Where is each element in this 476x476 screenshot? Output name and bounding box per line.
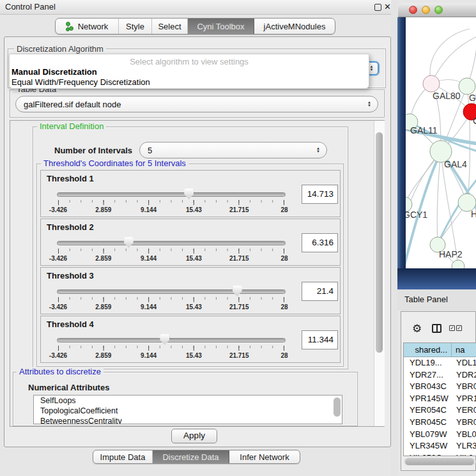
- list-item[interactable]: BetweennessCentrality: [34, 416, 342, 424]
- table-row[interactable]: YIL052CYIL0: [404, 452, 476, 456]
- tab-discretize-data[interactable]: Discretize Data: [153, 450, 229, 463]
- list-scrollbar-thumb[interactable]: [334, 397, 341, 417]
- threshold-1-value-field[interactable]: 14.713: [302, 185, 338, 204]
- tab-cyni-toolbox[interactable]: Cyni Toolbox: [188, 19, 254, 34]
- popup-item-equal-width-frequency[interactable]: Equal Width/Frequency Discretization: [12, 77, 150, 87]
- vertical-scrollbar-thumb[interactable]: [376, 132, 383, 353]
- bottom-tabbar: Impute Data Discretize Data Infer Networ…: [93, 450, 300, 464]
- numerical-attributes-label: Numerical Attributes: [28, 383, 109, 392]
- control-panel-title: Control Panel: [5, 2, 56, 12]
- table-row[interactable]: YER054CYER0: [404, 404, 476, 417]
- threshold-2-slider[interactable]: -3.426 2.859 9.144 15.43 21.715 28: [58, 238, 284, 264]
- threshold-4-value-field[interactable]: 11.344: [302, 330, 338, 349]
- network-window-frame-left: [397, 17, 406, 289]
- zoom-traffic-light-icon[interactable]: [434, 6, 443, 14]
- float-window-icon[interactable]: [374, 4, 381, 11]
- node-label-gal80: GAL80: [433, 91, 461, 101]
- control-panel-tabbar: Network Style Select Cyni Toolbox jActiv…: [55, 18, 335, 35]
- tab-infer-network[interactable]: Infer Network: [229, 450, 300, 463]
- threshold-4-slider[interactable]: -3.426 2.859 9.144 15.43 21.715 28: [58, 335, 284, 361]
- network-graph: GAL80 GA C GAL11 GAL4 GCY1 H HAP2: [406, 17, 476, 268]
- network-nodes: [406, 75, 476, 268]
- tab-impute-data[interactable]: Impute Data: [93, 450, 153, 463]
- table-data-combobox-value: galFiltered.sif default node: [16, 100, 367, 109]
- node-label-gal11: GAL11: [410, 125, 438, 135]
- tab-infer-network-label: Infer Network: [240, 452, 289, 462]
- threshold-3-value-field[interactable]: 21.4: [302, 282, 338, 301]
- tab-network[interactable]: Network: [56, 19, 119, 34]
- popup-item-manual-discretization[interactable]: Manual Discretization: [12, 67, 97, 77]
- threshold-3-label: Threshold 3: [47, 271, 94, 280]
- node-label-h: H: [471, 209, 476, 219]
- tab-cyni-toolbox-label: Cyni Toolbox: [197, 22, 244, 31]
- slider-track[interactable]: [57, 338, 286, 342]
- tab-network-label: Network: [78, 22, 109, 31]
- table-row[interactable]: YBR043CYBR0: [404, 381, 476, 393]
- column-header-shared-name[interactable]: shared...: [404, 343, 452, 357]
- table-row[interactable]: YBL079WYBL0: [404, 429, 476, 441]
- node-attribute-table[interactable]: shared... na YDL19...YDL1 YDR27...YDR2 Y…: [403, 342, 476, 456]
- combo-arrows-icon: ▲▼: [316, 147, 320, 153]
- table-data-combobox[interactable]: galFiltered.sif default node ▲▼: [15, 96, 378, 112]
- slider-thumb[interactable]: [160, 334, 169, 345]
- node-label-hap2: HAP2: [439, 249, 463, 259]
- table-row[interactable]: YPR145WYPR1: [404, 393, 476, 405]
- table-row[interactable]: YBR045CYBR0: [404, 417, 476, 429]
- table-row[interactable]: YDL19...YDL1: [404, 357, 476, 369]
- table-row[interactable]: YLR345WYLR3: [404, 440, 476, 452]
- combo-arrows-icon: ▲▼: [370, 65, 374, 72]
- table-row[interactable]: YDR27...YDR2: [404, 369, 476, 381]
- tab-style-label: Style: [126, 22, 144, 31]
- horizontal-scrollbar-thumb[interactable]: [405, 458, 474, 465]
- apply-button[interactable]: Apply: [171, 429, 217, 443]
- attributes-group-title: Attributes to discretize: [17, 367, 104, 376]
- table-panel-title: Table Panel: [404, 295, 448, 304]
- slider-track[interactable]: [57, 241, 286, 245]
- control-panel-titlebar: [0, 0, 395, 15]
- slider-major-ticks: [58, 200, 284, 205]
- column-header-name[interactable]: na: [452, 343, 476, 357]
- tab-select[interactable]: Select: [152, 19, 188, 34]
- slider-tick-labels: -3.426 2.859 9.144 15.43 21.715 28: [58, 255, 284, 263]
- slider-track[interactable]: [57, 289, 286, 294]
- checkbox-icon[interactable]: ✓: [449, 325, 455, 331]
- gear-icon[interactable]: ⚙: [412, 322, 422, 335]
- network-node-bottom[interactable]: [452, 260, 464, 268]
- threshold-2-value-field[interactable]: 6.316: [302, 233, 338, 252]
- slider-track[interactable]: [57, 192, 286, 197]
- tab-jactivemnodules[interactable]: jActiveMNodules: [254, 19, 335, 34]
- slider-thumb[interactable]: [124, 237, 134, 248]
- interval-definition-group-title: Interval Definition: [37, 122, 106, 131]
- network-window-titlebar[interactable]: [398, 3, 476, 17]
- slider-major-ticks: [58, 297, 284, 302]
- threshold-1-slider[interactable]: -3.426 2.859 9.144 15.43 21.715 28: [58, 190, 284, 215]
- node-label-gal4: GAL4: [444, 159, 467, 169]
- slider-tick-labels: -3.426 2.859 9.144 15.43 21.715 28: [58, 206, 284, 214]
- threshold-2-label: Threshold 2: [47, 222, 94, 232]
- slider-tick-labels: -3.426 2.859 9.144 15.43 21.715 28: [58, 303, 284, 311]
- close-icon[interactable]: ✕: [384, 2, 391, 12]
- minimize-traffic-light-icon[interactable]: [422, 6, 430, 14]
- node-label-gcy1: GCY1: [406, 210, 427, 220]
- numerical-attributes-list[interactable]: SelfLoops TopologicalCoefficient Between…: [33, 395, 342, 424]
- checkbox-icon[interactable]: ✓: [456, 325, 462, 331]
- list-item[interactable]: TopologicalCoefficient: [34, 406, 342, 416]
- slider-thumb[interactable]: [233, 286, 242, 296]
- threshold-4-box: Threshold 4 -3.426 2.859 9.144 15.43 21.…: [40, 316, 341, 363]
- number-of-intervals-combobox[interactable]: 5 ▲▼: [139, 142, 327, 158]
- node-label-ga: GA: [469, 93, 476, 103]
- threshold-1-label: Threshold 1: [47, 174, 94, 183]
- popup-placeholder-item[interactable]: Select algorithm to view settings: [10, 57, 369, 66]
- network-view-canvas[interactable]: GAL80 GA C GAL11 GAL4 GCY1 H HAP2: [406, 17, 476, 268]
- slider-thumb[interactable]: [184, 188, 194, 199]
- screen: Control Panel ✕ Network Style Select Cyn…: [0, 0, 476, 476]
- close-traffic-light-icon[interactable]: [409, 6, 417, 14]
- threshold-2-box: Threshold 2 -3.426 2.859 9.144 15.43 21.…: [40, 219, 341, 266]
- network-node-gal80[interactable]: [423, 75, 440, 92]
- tab-jactivemnodules-label: jActiveMNodules: [264, 22, 326, 31]
- split-columns-icon[interactable]: [432, 324, 441, 333]
- list-item[interactable]: SelfLoops: [34, 395, 342, 406]
- threshold-3-slider[interactable]: -3.426 2.859 9.144 15.43 21.715 28: [58, 287, 284, 312]
- tab-style[interactable]: Style: [119, 19, 152, 34]
- network-window-frame-bottom: [397, 268, 476, 289]
